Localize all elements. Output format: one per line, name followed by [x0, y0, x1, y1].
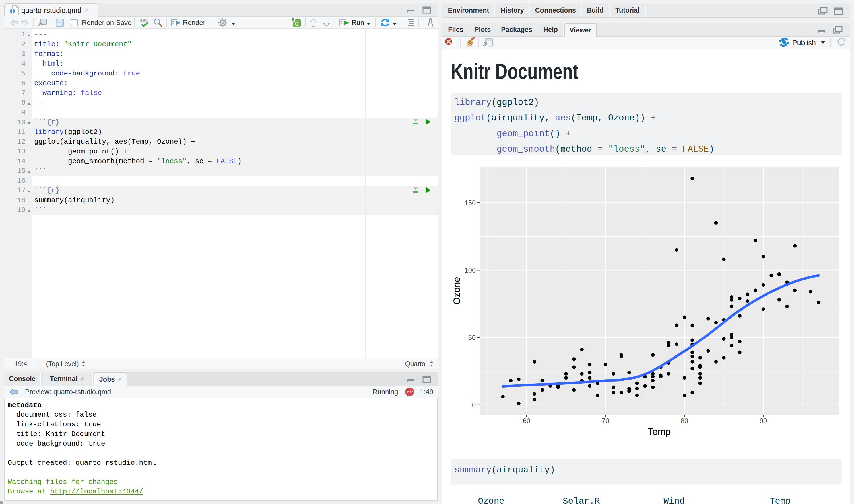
svg-text:STOP: STOP	[407, 391, 413, 394]
svg-text:150: 150	[465, 199, 476, 207]
svg-text:60: 60	[523, 417, 530, 425]
svg-text:90: 90	[760, 417, 767, 425]
svg-text:ABC: ABC	[140, 18, 149, 23]
svg-text:70: 70	[602, 417, 609, 425]
svg-text:50: 50	[468, 334, 476, 341]
svg-text:0: 0	[472, 401, 476, 409]
svg-text:100: 100	[465, 267, 476, 274]
svg-text:C: C	[295, 21, 299, 27]
svg-text:Temp: Temp	[648, 426, 671, 437]
svg-text:Ozone: Ozone	[451, 277, 462, 304]
svg-text:80: 80	[681, 417, 688, 425]
